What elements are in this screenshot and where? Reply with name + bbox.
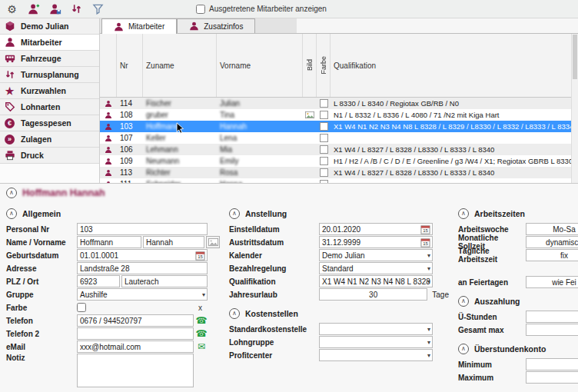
an-feiertagen-input[interactable] (526, 276, 578, 288)
header-qualifikation[interactable]: Qualifikation (331, 34, 578, 97)
email-input[interactable] (77, 341, 194, 353)
employee-zuname: Keller (143, 134, 217, 142)
section-allgemein: ∧ Allgemein Personal Nr Name / Vorname G… (6, 208, 224, 388)
employee-name-title: Hoffmann Hannah (22, 188, 105, 198)
filter-funnel-icon[interactable] (91, 2, 105, 15)
gesamt-max-input[interactable] (526, 324, 578, 336)
employee-row-103-selected[interactable]: 103 Hoffmann Hannah X1 W4 N1 N2 N3 N4 N8… (100, 121, 578, 132)
collapse-all-icon[interactable]: ∧ (6, 188, 17, 198)
collapse-arbeitszeiten-icon[interactable]: ∧ (458, 208, 469, 219)
employee-row-114[interactable]: 114 Fischer Julian L 8330 / L 8340 / Reg… (100, 98, 578, 109)
section-heading: Kostenstellen (245, 309, 298, 318)
profitcenter-select[interactable] (319, 349, 433, 361)
sidebar-item-zulagen[interactable]: » Zulagen (0, 131, 99, 148)
ue-stunden-input[interactable] (526, 311, 578, 323)
header-vorname[interactable]: Vorname (217, 34, 303, 97)
header-bild[interactable]: Bild (303, 34, 317, 97)
qualifikation-label: Qualifikation (229, 277, 319, 286)
standardkostenstelle-label: Standardkostenstelle (229, 325, 319, 334)
header-zuname[interactable]: Zuname (143, 34, 217, 97)
gruppe-value: Aushilfe (80, 291, 108, 299)
minimum-label: Minimum (458, 360, 526, 369)
svg-text:15: 15 (198, 254, 203, 259)
bezahlregelung-value: Standard (322, 264, 354, 273)
photo-button[interactable] (206, 236, 220, 248)
sidebar-item-fahrzeuge[interactable]: Fahrzeuge (0, 51, 99, 67)
geburtsdatum-field[interactable]: 01.01.0001 15 (77, 249, 208, 261)
personal-nr-label: Personal Nr (6, 225, 77, 234)
vorname-input[interactable] (143, 236, 204, 248)
lohngruppe-select[interactable] (319, 336, 433, 348)
jahresurlaub-label: Jahresurlaub (229, 291, 319, 299)
employee-vorname: Rosa (217, 168, 303, 177)
sidebar-item-label: Tagesspesen (21, 118, 71, 128)
header-nr[interactable]: Nr (117, 34, 143, 97)
section-heading: Überstundenkonto (474, 344, 546, 354)
settings-gear-icon[interactable]: ⚙ (5, 2, 18, 15)
jahresurlaub-input[interactable] (319, 288, 427, 301)
turnus-transfer-icon[interactable] (70, 2, 83, 15)
qualifikation-select[interactable]: X1 W4 N1 N2 N3 N4 N8 L 8328 / L 8329 / (319, 275, 433, 287)
add-employee-icon[interactable] (27, 2, 40, 15)
sidebar-item-kurzwahlen[interactable]: ★ Kurzwahlen (0, 83, 99, 99)
sidebar: Demo Julian Mitarbeiter Fahrzeuge Turnus… (0, 18, 100, 183)
sidebar-item-lohnarten[interactable]: Lohnarten (0, 99, 99, 115)
phone-icon[interactable]: ☎ (195, 329, 208, 338)
bezahlregelung-select[interactable]: Standard (319, 262, 433, 274)
nachname-input[interactable] (77, 236, 141, 248)
employee-row-109[interactable]: 109 Neumann Emily H1 / H2 / A /B / C / D… (100, 155, 578, 167)
employee-row-106[interactable]: 106 Lehmann Mia X1 W4 / L 8327 / L 8328 … (100, 144, 578, 155)
plz-input[interactable] (77, 275, 120, 287)
collapse-auszahlung-icon[interactable]: ∧ (458, 296, 469, 307)
tab-mitarbeiter[interactable]: Mitarbeiter (101, 18, 177, 34)
sidebar-item-druck[interactable]: Druck (0, 148, 99, 164)
qualifikation-value: X1 W4 N1 N2 N3 N4 N8 L 8328 / L 8329 / (322, 277, 433, 286)
employee-qualifikation: X1 W4 / L 8327 / L 8328 / L8330 / L 8333… (331, 145, 578, 154)
gruppe-select[interactable]: Aushilfe (77, 288, 208, 301)
sidebar-item-mitarbeiter[interactable]: Mitarbeiter (0, 35, 99, 51)
kalender-value: Demo Julian (322, 251, 365, 260)
collapse-ueberstundenkonto-icon[interactable]: ∧ (458, 344, 469, 354)
table-scrollbar[interactable] (571, 34, 578, 183)
notiz-textarea[interactable] (77, 354, 194, 387)
maximum-input[interactable] (526, 371, 578, 384)
collapse-allgemein-icon[interactable]: ∧ (6, 208, 17, 219)
geburtsdatum-value: 01.01.0001 (80, 251, 118, 260)
einstelldatum-label: Einstelldatum (229, 225, 319, 234)
farbe-checkbox[interactable] (77, 303, 86, 312)
collapse-anstellung-icon[interactable]: ∧ (229, 208, 240, 219)
ort-input[interactable] (121, 275, 208, 287)
personal-nr-input[interactable] (77, 223, 208, 235)
employee-nr: 107 (117, 134, 143, 142)
taegliche-arbeitszeit-input[interactable] (526, 249, 578, 261)
adresse-input[interactable] (77, 262, 208, 274)
svg-text:15: 15 (423, 241, 428, 246)
employee-row-108[interactable]: 108 gruber Tina N1 / L 8332 / L 8336 / L… (100, 109, 578, 121)
employee-row-107[interactable]: 107 Keller Lena (100, 132, 578, 144)
minimum-input[interactable] (526, 358, 578, 370)
phone-icon[interactable]: ☎ (195, 316, 208, 325)
rotation-arrows-icon (4, 69, 15, 81)
monatliche-sollzeit-input[interactable] (526, 236, 578, 248)
standardkostenstelle-select[interactable] (319, 323, 433, 335)
envelope-icon[interactable]: ✉ (195, 342, 208, 351)
telefon2-input[interactable] (77, 327, 194, 340)
employee-qualifikation: L 8330 / L 8340 / Regiotax GB/RB / N0 (331, 99, 578, 108)
collapse-kostenstellen-icon[interactable]: ∧ (229, 308, 240, 319)
sidebar-item-turnusplanung[interactable]: Turnusplanung (0, 67, 99, 83)
sidebar-item-label: Kurzwahlen (21, 86, 66, 95)
einstelldatum-field[interactable]: 20.01.2020 15 (319, 223, 433, 235)
header-farbe[interactable]: Farbe (317, 34, 331, 97)
arbeitswoche-input[interactable] (526, 223, 578, 235)
sidebar-item-demo-julian[interactable]: Demo Julian (0, 18, 99, 35)
employee-row-113[interactable]: 113 Richter Rosa X1 W4 / L 8327 / L 8328… (100, 167, 578, 178)
save-employee-icon[interactable] (48, 2, 61, 15)
kalender-select[interactable]: Demo Julian (319, 249, 433, 261)
show-retired-checkbox[interactable] (196, 5, 205, 14)
scrollbar-thumb[interactable] (573, 35, 577, 79)
tab-zusatzinfos[interactable]: Zusatzinfos (177, 18, 255, 33)
person-icon (100, 100, 117, 108)
austrittsdatum-field[interactable]: 31.12.9999 15 (319, 236, 433, 248)
telefon-input[interactable] (77, 314, 194, 327)
sidebar-item-tagesspesen[interactable]: € Tagesspesen (0, 115, 99, 131)
